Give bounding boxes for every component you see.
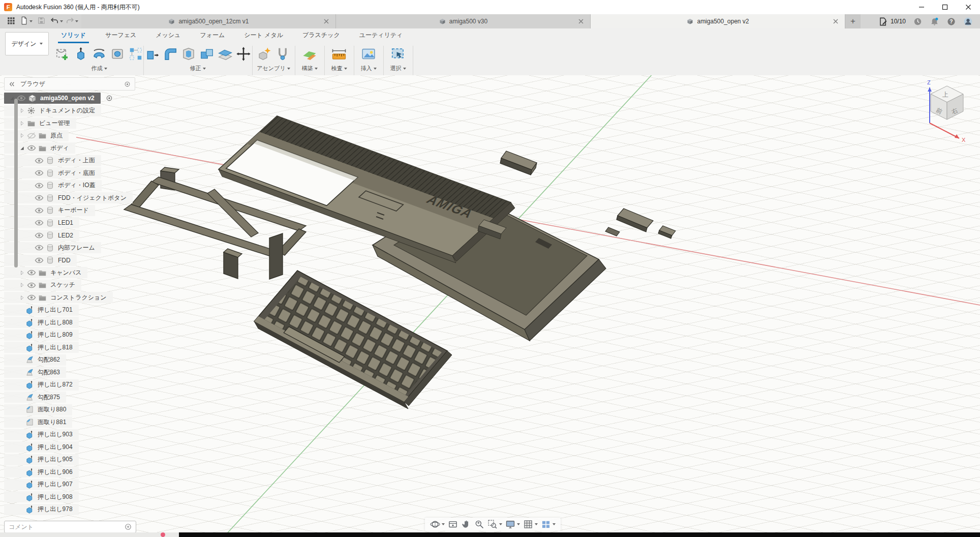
- app-grid-button[interactable]: [3, 15, 18, 27]
- look-at-button[interactable]: [448, 519, 458, 529]
- new-tab-button[interactable]: +: [845, 14, 861, 28]
- model-led1[interactable]: [605, 227, 620, 236]
- notifications-button[interactable]: [930, 17, 939, 26]
- visibility-eye-icon[interactable]: [35, 256, 44, 265]
- ribbon-tab[interactable]: プラスチック: [301, 28, 341, 43]
- browser-item[interactable]: ドキュメントの設定: [4, 105, 135, 117]
- browser-item[interactable]: FDD・イジェクトボタン: [4, 192, 135, 204]
- tree-chevron-icon[interactable]: [18, 269, 25, 276]
- browser-item[interactable]: amiga500_open v2: [4, 92, 135, 104]
- visibility-eye-icon[interactable]: [35, 231, 44, 240]
- browser-target-icon[interactable]: [124, 81, 131, 87]
- tab-close-icon[interactable]: [832, 17, 840, 25]
- model-top-case[interactable]: AMIGA: [219, 116, 515, 263]
- offset-plane-button[interactable]: [217, 44, 234, 64]
- visibility-eye-icon[interactable]: [35, 168, 44, 177]
- browser-item[interactable]: 押し出し809: [4, 329, 135, 341]
- visibility-eye-icon[interactable]: [35, 218, 44, 227]
- browser-item[interactable]: ボディ・IO蓋: [4, 180, 135, 192]
- visibility-eye-icon[interactable]: [35, 193, 44, 202]
- visibility-eye-icon[interactable]: [35, 243, 44, 252]
- visibility-eye-icon[interactable]: [27, 293, 36, 302]
- browser-item[interactable]: 押し出し908: [4, 491, 135, 503]
- view-cube[interactable]: Z X 上 前 右: [916, 77, 972, 143]
- zoom-button[interactable]: [474, 519, 484, 529]
- browser-item[interactable]: 面取り881: [4, 416, 135, 428]
- file-menu-button[interactable]: [18, 15, 34, 27]
- visibility-eye-icon[interactable]: [17, 94, 26, 103]
- ribbon-tab[interactable]: ソリッド: [60, 28, 87, 43]
- viewport-canvas[interactable]: AMIGA: [0, 75, 980, 537]
- history-button[interactable]: [913, 17, 923, 26]
- pattern-button[interactable]: [127, 44, 144, 64]
- browser-item[interactable]: 押し出し808: [4, 316, 135, 329]
- maximize-icon[interactable]: [933, 0, 957, 14]
- hole-button[interactable]: [109, 44, 126, 64]
- ribbon-group-label[interactable]: 検査: [331, 65, 347, 73]
- display-settings-button[interactable]: [505, 519, 520, 529]
- browser-item[interactable]: 押し出し701: [4, 304, 135, 316]
- browser-item[interactable]: 押し出し978: [4, 503, 135, 516]
- browser-item[interactable]: 勾配862: [4, 354, 135, 366]
- account-avatar[interactable]: [963, 17, 973, 26]
- browser-item[interactable]: 押し出し818: [4, 341, 135, 353]
- browser-item[interactable]: LED2: [4, 229, 135, 242]
- model-keyboard[interactable]: [254, 271, 452, 409]
- collapse-panel-icon[interactable]: [9, 81, 15, 87]
- browser-item[interactable]: 面取り880: [4, 404, 135, 416]
- ribbon-group-label[interactable]: 修正: [190, 65, 206, 73]
- browser-item[interactable]: ボディ・上面: [4, 155, 135, 167]
- browser-item[interactable]: コンストラクション: [4, 291, 135, 304]
- revolve-button[interactable]: [90, 44, 108, 64]
- new-component-button[interactable]: [256, 44, 273, 64]
- browser-item[interactable]: 押し出し872: [4, 379, 135, 391]
- fillet-button[interactable]: [162, 44, 179, 64]
- visibility-eye-icon[interactable]: [35, 156, 44, 165]
- tree-chevron-icon[interactable]: [18, 282, 25, 289]
- viewports-button[interactable]: [541, 519, 556, 529]
- ribbon-group-label[interactable]: アセンブリ: [257, 65, 290, 73]
- move-button[interactable]: [235, 44, 252, 64]
- ribbon-group-label[interactable]: 挿入: [361, 65, 377, 73]
- ribbon-group-label[interactable]: 構築: [302, 65, 318, 73]
- tab-close-icon[interactable]: [322, 17, 330, 25]
- browser-item[interactable]: ボディ: [4, 142, 135, 154]
- browser-item[interactable]: キャンバス: [4, 266, 135, 279]
- ribbon-group-label[interactable]: 選択: [390, 65, 406, 73]
- model-fdd-eject-button[interactable]: [500, 151, 537, 175]
- ribbon-tab[interactable]: フォーム: [199, 28, 226, 43]
- document-tab[interactable]: amiga500_open_12cm v1: [81, 14, 336, 28]
- browser-item[interactable]: 押し出し907: [4, 479, 135, 491]
- browser-item[interactable]: 原点: [4, 130, 135, 142]
- construction-plane-button[interactable]: [301, 44, 318, 64]
- pan-button[interactable]: [461, 519, 471, 529]
- browser-item[interactable]: ビュー管理: [4, 117, 135, 129]
- add-comment-icon[interactable]: [125, 523, 132, 530]
- browser-item[interactable]: 押し出し904: [4, 441, 135, 453]
- browser-item[interactable]: LED1: [4, 217, 135, 229]
- browser-scrollbar[interactable]: [14, 99, 18, 267]
- select-window-button[interactable]: [389, 44, 407, 64]
- tree-chevron-icon[interactable]: [18, 144, 25, 152]
- visibility-eye-icon[interactable]: [35, 206, 44, 215]
- redo-button[interactable]: [64, 15, 79, 27]
- close-icon[interactable]: [957, 0, 980, 14]
- visibility-eye-icon[interactable]: [27, 268, 36, 277]
- activate-component-icon[interactable]: [105, 94, 114, 103]
- browser-item[interactable]: 内部フレーム: [4, 242, 135, 254]
- browser-item[interactable]: 勾配875: [4, 391, 135, 403]
- tree-chevron-icon[interactable]: [18, 120, 25, 127]
- document-tab[interactable]: amiga500 v30: [336, 14, 591, 28]
- help-button[interactable]: ?: [946, 17, 956, 26]
- orbit-button[interactable]: [430, 519, 445, 529]
- job-status-button[interactable]: 10/10: [878, 17, 906, 26]
- ribbon-group-label[interactable]: 作成: [91, 65, 107, 73]
- grid-settings-button[interactable]: [523, 519, 538, 529]
- visibility-eye-icon[interactable]: [35, 181, 44, 190]
- browser-item[interactable]: 押し出し905: [4, 454, 135, 466]
- document-tab[interactable]: amiga500_open v2: [591, 14, 845, 28]
- model-led2[interactable]: [658, 226, 676, 238]
- ribbon-tab[interactable]: ユーティリティ: [358, 28, 404, 43]
- browser-item[interactable]: 押し出し906: [4, 466, 135, 478]
- insert-image-button[interactable]: [360, 44, 377, 64]
